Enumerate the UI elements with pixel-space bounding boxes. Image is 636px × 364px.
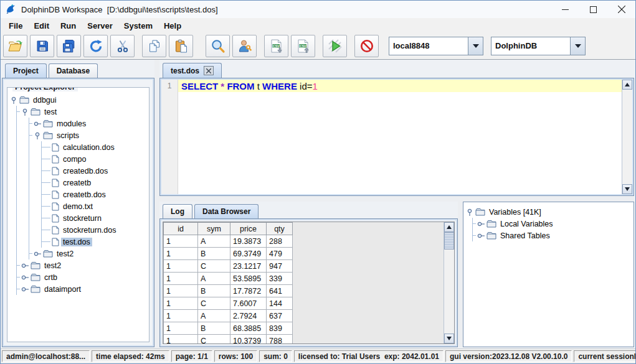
table-cell[interactable]: 144 [267,297,293,310]
menu-item-system[interactable]: System [118,20,158,32]
close-button[interactable] [607,1,635,18]
login-button[interactable] [232,35,257,57]
table-cell[interactable]: 53.5895 [230,273,267,285]
tree-node[interactable]: compo [42,153,148,165]
tree-node[interactable]: Local Variables [473,218,632,230]
tree-node[interactable]: Shared Tables [473,230,632,241]
table-cell[interactable]: 641 [267,285,293,297]
table-cell[interactable]: 339 [267,273,293,285]
tree-node[interactable]: crtb [17,271,148,283]
table-cell[interactable]: 1 [164,235,198,248]
tree-node[interactable]: test [17,106,148,118]
table-cell[interactable]: 839 [267,322,293,335]
table-cell[interactable]: 1 [164,260,198,273]
table-cell[interactable]: C [198,260,230,273]
tree-expand-icon[interactable] [477,232,485,240]
tree-expand-icon[interactable] [34,120,41,128]
table-cell[interactable]: 1 [164,248,198,260]
table-cell[interactable]: 1 [164,285,198,297]
table-cell[interactable]: 947 [267,260,293,273]
table-cell[interactable]: 2.7924 [230,310,267,322]
save-button[interactable] [30,35,54,57]
table-cell[interactable]: 68.3885 [230,322,267,335]
tree-node[interactable]: createtb [42,177,148,189]
table-cell[interactable]: 1 [164,297,198,310]
tree-expand-icon[interactable] [21,286,29,293]
tab-log[interactable]: Log [163,204,192,218]
tree-node[interactable]: demo.txt [42,200,148,212]
scroll-down-icon[interactable] [444,334,454,343]
maximize-button[interactable] [579,1,607,18]
table-cell[interactable]: 23.1217 [230,260,267,273]
table-cell[interactable]: 1 [164,273,198,285]
table-cell[interactable]: 19.3873 [230,235,267,248]
vertical-splitter-2[interactable] [458,202,463,347]
minimize-button[interactable] [551,1,579,18]
tree-node[interactable]: test2 [29,248,148,259]
table-cell[interactable]: B [198,322,230,335]
table-cell[interactable]: 10.3739 [230,335,267,344]
tab-project[interactable]: Project [5,63,47,78]
vertical-splitter[interactable] [154,60,159,348]
open-file-button[interactable] [3,35,27,57]
code-area[interactable]: SELECT * FROM t WHERE id=1 [178,80,622,194]
table-cell[interactable]: 17.7872 [230,285,267,297]
tree-collapse-icon[interactable] [21,108,29,116]
scroll-up-icon[interactable] [622,80,632,90]
close-tab-icon[interactable] [204,66,214,75]
tree-node[interactable]: calculation.dos [42,141,148,153]
tree-node[interactable]: stockreturn [42,212,148,224]
tree-node[interactable]: modules [29,118,148,129]
table-cell[interactable]: 1 [164,310,198,322]
menu-item-help[interactable]: Help [158,20,187,32]
cut-button[interactable] [110,35,135,57]
code-editor[interactable]: 1 SELECT * FROM t WHERE id=1 [161,80,632,194]
table-cell[interactable]: B [198,248,230,260]
tree-expand-icon[interactable] [477,220,485,228]
refresh-button[interactable] [83,35,108,57]
table-cell[interactable]: 69.3749 [230,248,267,260]
tree-node[interactable]: ddbgui [10,94,148,106]
tree-collapse-icon[interactable] [466,208,473,216]
table-cell[interactable]: 637 [267,310,293,322]
tree-node[interactable]: test.dos [42,236,148,248]
tab-database[interactable]: Database [49,63,98,78]
horizontal-splitter[interactable] [159,196,634,202]
table-cell[interactable]: 788 [267,335,293,344]
tree-expand-icon[interactable] [21,274,29,281]
tree-node[interactable]: createtb.dos [42,189,148,200]
menu-item-server[interactable]: Server [82,20,118,32]
tree-collapse-icon[interactable] [10,96,17,104]
scroll-track[interactable] [444,232,454,334]
tree-node[interactable]: Variables [41K] [466,206,632,218]
table-cell[interactable]: 7.6007 [230,297,267,310]
column-header-price[interactable]: price [230,223,267,235]
tree-node[interactable]: createdb.dos [42,165,148,177]
tree-expand-icon[interactable] [21,262,29,269]
table-cell[interactable]: 288 [267,235,293,248]
tab-data-browser[interactable]: Data Browser [194,204,259,218]
tree-node[interactable]: test2 [17,259,148,271]
mode-combobox[interactable]: DolphinDB [491,37,586,55]
table-cell[interactable]: 479 [267,248,293,260]
search-button[interactable] [206,35,230,57]
scroll-track[interactable] [622,90,632,184]
column-header-qty[interactable]: qty [267,223,293,235]
column-header-id[interactable]: id [164,223,198,235]
combo-dropdown-icon[interactable] [468,37,483,55]
tab-testdos[interactable]: test.dos [163,63,222,78]
table-cell[interactable]: 1 [164,322,198,335]
table-cell[interactable]: 1 [164,335,198,344]
stop-button[interactable] [354,35,379,57]
editor-vertical-scrollbar[interactable] [622,80,632,194]
table-cell[interactable]: A [198,273,230,285]
tree-node[interactable]: stockreturn.dos [42,224,148,236]
tree-expand-icon[interactable] [34,250,41,258]
code-line[interactable]: SELECT * FROM t WHERE id=1 [178,80,622,92]
scroll-up-icon[interactable] [444,222,454,232]
table-cell[interactable]: A [198,310,230,322]
combo-dropdown-icon[interactable] [570,37,585,55]
scroll-down-icon[interactable] [622,184,632,194]
table-vertical-scrollbar[interactable] [444,222,454,343]
copy-button[interactable] [142,35,166,57]
